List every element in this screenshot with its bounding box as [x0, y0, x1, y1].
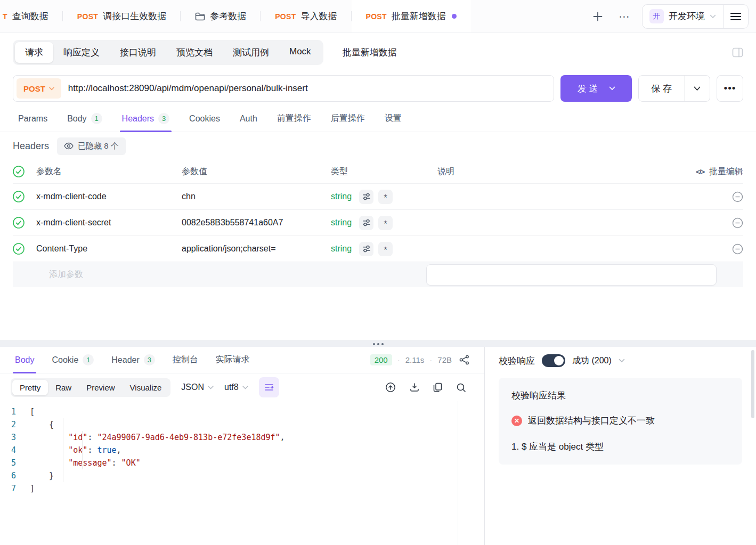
request-tab-2[interactable]: Headers3 — [122, 105, 169, 132]
response-view-row: PrettyRawPreviewVisualize JSON utf8 — [0, 373, 484, 401]
doc-subnav: 请求响应定义接口说明预览文档测试用例Mock 批量新增数据 — [0, 33, 756, 71]
new-tab-button[interactable] — [589, 7, 607, 26]
error-icon: ✕ — [511, 416, 522, 426]
asterisk-icon: * — [384, 242, 387, 256]
request-tab-label: Params — [18, 114, 47, 124]
editor-tab-4[interactable]: POST批量新增数据 — [352, 0, 471, 32]
validate-response-toggle[interactable] — [542, 354, 565, 367]
url-input[interactable]: http://localhost:28090/api/mdm/openapi/p… — [68, 83, 308, 94]
code-content: ] — [30, 482, 35, 495]
response-tab-label: 实际请求 — [216, 354, 250, 365]
format-code-button[interactable] — [259, 377, 279, 397]
param-value[interactable]: 0082e58B3b558741a60A7 — [182, 218, 331, 227]
publish-button[interactable] — [385, 382, 396, 393]
send-button[interactable]: 发 送 — [560, 75, 632, 102]
search-button[interactable] — [456, 383, 466, 393]
token: , — [117, 445, 121, 455]
param-settings-button[interactable] — [359, 242, 373, 256]
doc-mode-5[interactable]: Mock — [279, 42, 321, 63]
add-param-value-input[interactable] — [426, 264, 717, 286]
save-options-button[interactable] — [684, 76, 710, 101]
response-tab-3[interactable]: 控制台 — [173, 347, 198, 373]
indent-guide — [82, 431, 83, 469]
row-enabled-checkbox[interactable] — [13, 217, 36, 229]
param-required-button[interactable]: * — [378, 190, 393, 204]
param-settings-button[interactable] — [359, 216, 373, 230]
request-tab-1[interactable]: Body1 — [67, 105, 102, 132]
param-value[interactable]: chn — [182, 192, 331, 201]
remove-row-button[interactable] — [732, 191, 743, 202]
encoding-dropdown[interactable]: utf8 — [224, 383, 248, 392]
doc-mode-3[interactable]: 预览文档 — [166, 42, 223, 63]
view-mode-1[interactable]: Raw — [48, 380, 79, 395]
pane-resize-handle[interactable] — [0, 340, 756, 347]
validation-result-box: 校验响应结果 ✕ 返回数据结构与接口定义不一致 1. $ 应当是 object … — [499, 378, 742, 465]
response-tab-2[interactable]: Header3 — [111, 347, 155, 373]
doc-mode-4[interactable]: 测试用例 — [223, 42, 279, 63]
editor-tab-3[interactable]: POST导入数据 — [261, 0, 351, 32]
encoding-label: utf8 — [224, 383, 239, 392]
toggle-knob — [554, 356, 564, 365]
environment-selector[interactable]: 开 开发环境 — [643, 9, 723, 23]
request-tab-6[interactable]: 后置操作 — [331, 105, 365, 132]
tab-overflow-button[interactable]: ⋯ — [615, 7, 633, 26]
doc-mode-2[interactable]: 接口说明 — [110, 42, 166, 63]
download-button[interactable] — [410, 383, 419, 392]
view-mode-switcher: PrettyRawPreviewVisualize — [11, 378, 170, 397]
doc-mode-1[interactable]: 响应定义 — [53, 42, 110, 63]
add-param-row[interactable]: 添加参数 — [13, 262, 743, 287]
share-button[interactable] — [459, 355, 469, 365]
row-enabled-checkbox[interactable] — [13, 191, 36, 202]
unsaved-dot — [452, 14, 457, 19]
remove-row-button[interactable] — [732, 243, 743, 255]
bulk-edit-button[interactable]: </> 批量编辑 — [696, 166, 743, 177]
count-badge: 3 — [144, 354, 155, 365]
view-mode-0[interactable]: Pretty — [12, 380, 48, 395]
editor-scrollbar-track[interactable] — [458, 401, 458, 545]
response-body-editor[interactable]: 1[2 {3 "id": "24a99067-9ad6-4eb9-813b-e7… — [0, 401, 484, 545]
hidden-headers-badge[interactable]: 已隐藏 8 个 — [57, 137, 126, 155]
layout-toggle-button[interactable] — [732, 47, 743, 58]
param-required-button[interactable]: * — [378, 216, 393, 230]
method-selector[interactable]: POST — [17, 78, 61, 99]
token: { — [30, 420, 54, 429]
editor-tab-1[interactable]: POST调接口生效数据 — [63, 0, 181, 32]
response-tab-1[interactable]: Cookie1 — [52, 347, 94, 373]
editor-tab-2[interactable]: 参考数据 — [181, 0, 261, 32]
asterisk-icon: * — [384, 190, 387, 204]
select-all-checkbox[interactable] — [13, 166, 36, 177]
scrollbar-thumb[interactable] — [751, 350, 754, 418]
response-tab-4[interactable]: 实际请求 — [216, 347, 250, 373]
editor-tab-0[interactable]: T查询数据 — [0, 0, 63, 32]
request-more-button[interactable]: ••• — [717, 75, 743, 102]
copy-button[interactable] — [433, 383, 442, 392]
request-tab-5[interactable]: 前置操作 — [277, 105, 311, 132]
request-tab-3[interactable]: Cookies — [189, 105, 220, 132]
save-button[interactable]: 保 存 — [639, 76, 684, 101]
param-settings-button[interactable] — [359, 190, 373, 204]
headers-table-header: 参数名 参数值 类型 说明 </> 批量编辑 — [13, 160, 743, 183]
check-circle-icon — [13, 191, 25, 202]
param-value[interactable]: application/json;charset= — [182, 244, 331, 254]
request-tab-0[interactable]: Params — [18, 105, 47, 132]
doc-mode-0[interactable]: 请求 — [15, 42, 53, 63]
toggles-icon — [362, 218, 371, 227]
topbar-right: ⋯ 开 开发环境 — [589, 0, 756, 32]
headers-title: Headers — [13, 141, 49, 152]
request-tab-4[interactable]: Auth — [240, 105, 257, 132]
request-tab-7[interactable]: 设置 — [385, 105, 402, 132]
environment-badge: 开 — [649, 9, 664, 23]
response-tab-0[interactable]: Body — [15, 347, 34, 373]
format-dropdown[interactable]: JSON — [181, 383, 214, 392]
tab-label: 导入数据 — [301, 10, 337, 22]
chevron-down-icon[interactable] — [619, 359, 625, 363]
menu-button[interactable] — [724, 12, 748, 21]
token: "OK" — [121, 458, 141, 468]
row-enabled-checkbox[interactable] — [13, 243, 36, 255]
chevron-down-icon — [609, 86, 615, 91]
param-required-button[interactable]: * — [378, 242, 393, 256]
view-mode-3[interactable]: Visualize — [123, 380, 169, 395]
remove-row-button[interactable] — [732, 217, 743, 229]
validation-error-row: ✕ 返回数据结构与接口定义不一致 — [511, 414, 729, 427]
view-mode-2[interactable]: Preview — [79, 380, 122, 395]
